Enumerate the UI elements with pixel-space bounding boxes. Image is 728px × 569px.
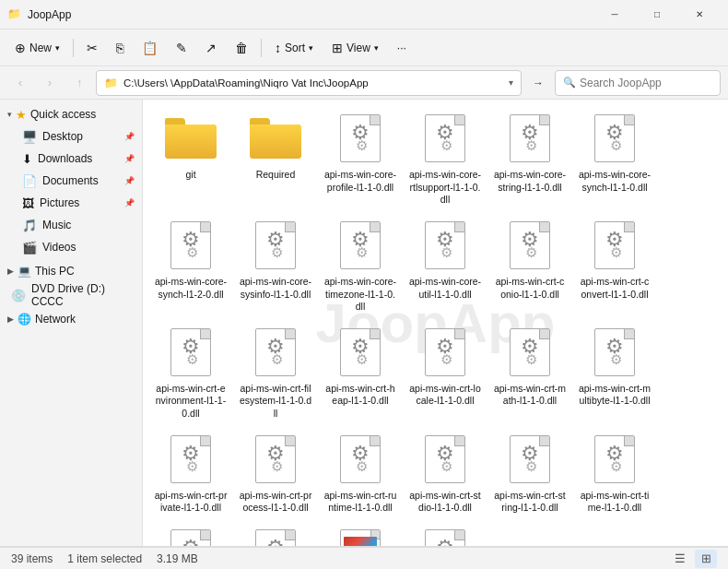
file-item-f9[interactable]: ⚙ ⚙ api-ms-win-crt-conio-l1-1-0.dll [489,214,570,317]
this-pc-icon: 💻 [18,265,31,278]
file-item-f20[interactable]: ⚙ ⚙ api-ms-win-crt-stdio-l1-1-0.dll [405,428,486,518]
sidebar-item-documents[interactable]: 📄 Documents 📌 [0,170,142,192]
more-button[interactable]: ··· [390,33,414,63]
cut-button[interactable]: ✂ [79,33,105,63]
file-label: api-ms-win-core-profile-l1-1-0.dll [323,169,397,194]
maximize-button[interactable]: □ [636,0,678,30]
file-item-f5[interactable]: ⚙ ⚙ api-ms-win-core-synch-l1-2-0.dll [150,214,231,317]
dvd-icon: 💿 [11,289,26,302]
share-icon: ↗ [205,41,217,55]
file-label: api-ms-win-crt-environment-l1-1-0.dll [154,383,228,421]
gear-overlay: ⚙ ⚙ [351,337,370,368]
sidebar-item-music[interactable]: 🎵 Music [0,214,142,236]
copy-icon: ⎘ [116,41,123,55]
address-bar: ‹ › ↑ 📁 C:\Users\ \AppData\Roaming\Niqro… [0,66,728,100]
quick-access-label: Quick access [30,108,96,121]
quick-access-star-icon: ★ [16,108,27,122]
dll-icon: ⚙ ⚙ [589,111,640,166]
network-header[interactable]: ▶ 🌐 Network [0,308,142,330]
sidebar-item-dvd[interactable]: 💿 DVD Drive (D:) CCCC [0,284,142,306]
dll-icon: ⚙ ⚙ [335,111,386,166]
file-item-f24[interactable]: ⚙ ⚙ d3dcompiler_47.dll [235,522,316,546]
dll-icon: ⚙ ⚙ [504,432,556,487]
file-label: api-ms-win-core-synch-l1-1-0.dll [578,169,652,194]
file-item-f15[interactable]: ⚙ ⚙ api-ms-win-crt-math-l1-1-0.dll [489,321,570,424]
file-label: api-ms-win-crt-conio-l1-1-0.dll [493,276,567,301]
file-item-f16[interactable]: ⚙ ⚙ api-ms-win-crt-multibyte-l1-1-0.dll [574,321,655,424]
path-text: C:\Users\ \AppData\Roaming\Niqro Vat Inc… [123,77,509,89]
file-item-f4[interactable]: ⚙ ⚙ api-ms-win-core-synch-l1-1-0.dll [574,107,655,210]
search-input[interactable] [580,77,712,89]
file-item-f18[interactable]: ⚙ ⚙ api-ms-win-crt-process-l1-1-0.dll [235,428,316,518]
file-item-f17[interactable]: ⚙ ⚙ api-ms-win-crt-private-l1-1-0.dll [150,428,231,518]
file-item-f6[interactable]: ⚙ ⚙ api-ms-win-core-sysinfo-l1-1-0.dll [235,214,316,317]
pin-icon: 📌 [124,132,135,141]
refresh-button[interactable]: → [525,70,551,96]
share-button[interactable]: ↗ [198,33,224,63]
grid-view-button[interactable]: ⊞ [695,550,717,568]
dll-icon: ⚙ ⚙ [335,325,386,380]
paste-button[interactable]: 📋 [135,33,165,63]
gear-overlay: ⚙ ⚙ [266,444,285,475]
sidebar-item-downloads[interactable]: ⬇ Downloads 📌 [0,148,142,170]
dll-icon: ⚙ ⚙ [250,325,301,380]
sidebar-item-videos[interactable]: 🎬 Videos [0,236,142,258]
desktop-icon: 🖥️ [22,130,37,144]
dll-icon: ⚙ ⚙ [335,218,386,273]
address-path[interactable]: 📁 C:\Users\ \AppData\Roaming\Niqro Vat I… [96,70,522,96]
back-button[interactable]: ‹ [7,70,33,96]
quick-access-header[interactable]: ▾ ★ Quick access [0,103,142,125]
this-pc-chevron: ▶ [7,267,14,276]
gear-overlay: ⚙ ⚙ [605,444,624,475]
file-label: api-ms-win-crt-filesystem-l1-1-0.dll [239,383,312,421]
sep2 [261,39,262,57]
file-label: Required [256,169,296,182]
file-label: api-ms-win-crt-time-l1-1-0.dll [578,490,652,515]
file-item-f2[interactable]: ⚙ ⚙ api-ms-win-core-rtlsupport-l1-1-0.dl… [405,107,486,210]
copy-button[interactable]: ⎘ [109,33,131,63]
gear-small-icon: ⚙ [440,244,452,261]
up-button[interactable]: ↑ [66,70,92,96]
file-label: api-ms-win-crt-locale-l1-1-0.dll [408,383,482,408]
file-item-f19[interactable]: ⚙ ⚙ api-ms-win-crt-runtime-l1-1-0.dll [320,428,401,518]
dll-icon: ⚙ ⚙ [165,526,217,546]
file-item-f21[interactable]: ⚙ ⚙ api-ms-win-crt-string-l1-1-0.dll [489,428,570,518]
delete-button[interactable]: 🗑 [228,33,255,63]
file-item-f1[interactable]: ⚙ ⚙ api-ms-win-core-profile-l1-1-0.dll [320,107,401,210]
forward-button[interactable]: › [37,70,63,96]
new-button[interactable]: ⊕ New ▾ [7,33,67,63]
this-pc-header[interactable]: ▶ 💻 This PC [0,260,142,282]
list-view-button[interactable]: ☰ [669,550,691,568]
file-item-f25[interactable]: guirq.rar [320,522,401,546]
rename-button[interactable]: ✎ [169,33,194,63]
sidebar-item-desktop[interactable]: 🖥️ Desktop 📌 [0,125,142,148]
close-button[interactable]: ✕ [678,0,721,30]
view-button[interactable]: ⊞ View ▾ [324,33,386,63]
gear-small-icon: ⚙ [440,351,452,368]
file-item-f12[interactable]: ⚙ ⚙ api-ms-win-crt-filesystem-l1-1-0.dll [235,321,316,424]
minimize-button[interactable]: ─ [593,0,636,30]
sort-button[interactable]: ↕ Sort ▾ [267,33,321,63]
file-item-f13[interactable]: ⚙ ⚙ api-ms-win-crt-heap-l1-1-0.dll [320,321,401,424]
sidebar-item-pictures[interactable]: 🖼 Pictures 📌 [0,192,142,214]
item-count: 39 items [11,552,53,565]
file-item-required[interactable]: Required [235,107,316,210]
file-item-f22[interactable]: ⚙ ⚙ api-ms-win-crt-time-l1-1-0.dll [574,428,655,518]
file-item-f8[interactable]: ⚙ ⚙ api-ms-win-core-util-l1-1-0.dll [405,214,486,317]
network-label: Network [35,313,76,326]
title-bar: 📁 JoopApp ─ □ ✕ [0,0,728,30]
file-item-f26[interactable]: ⚙ ⚙ libcef.dll [405,522,486,546]
selection-info: 1 item selected [67,552,142,565]
file-item-f14[interactable]: ⚙ ⚙ api-ms-win-crt-locale-l1-1-0.dll [405,321,486,424]
file-item-f7[interactable]: ⚙ ⚙ api-ms-win-core-timezone-l1-1-0.dll [320,214,401,317]
file-item-git[interactable]: git [150,107,231,210]
path-icon: 📁 [104,77,118,89]
file-item-f23[interactable]: ⚙ ⚙ chrome_elf.dll [150,522,231,546]
file-item-f11[interactable]: ⚙ ⚙ api-ms-win-crt-environment-l1-1-0.dl… [150,321,231,424]
file-item-f10[interactable]: ⚙ ⚙ api-ms-win-crt-convert-l1-1-0.dll [574,214,655,317]
file-item-f3[interactable]: ⚙ ⚙ api-ms-win-core-string-l1-1-0.dll [489,107,570,210]
file-label: api-ms-win-crt-heap-l1-1-0.dll [323,383,397,408]
gear-small-icon: ⚙ [525,244,537,261]
dll-icon: ⚙ ⚙ [419,526,471,546]
search-box[interactable]: 🔍 [555,70,721,96]
